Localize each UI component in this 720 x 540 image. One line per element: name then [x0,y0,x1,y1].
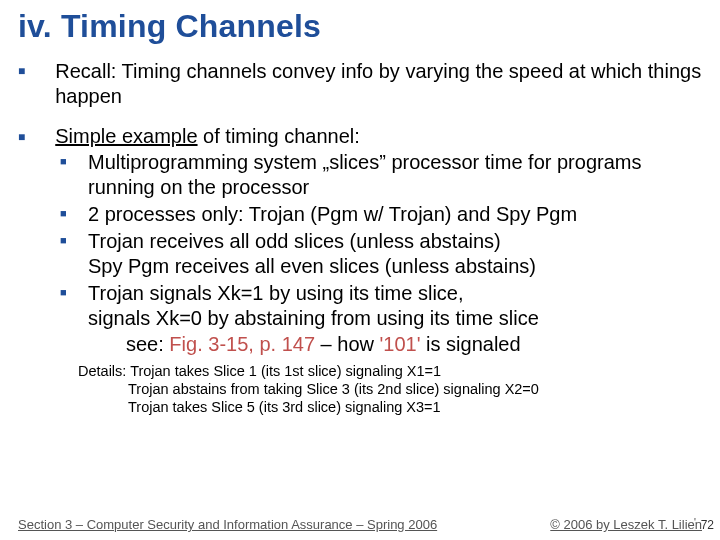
see-value: '101' [380,333,421,355]
sub-text-2: 2 processes only: Trojan (Pgm w/ Trojan)… [88,202,577,227]
see-suffix: is signaled [421,333,521,355]
footer: Section 3 – Computer Security and Inform… [0,517,720,532]
square-bullet-icon: ■ [18,59,25,78]
example-underline: Simple example [55,125,197,147]
sub-bullet-list: ■ Multiprogramming system „slices” proce… [60,150,702,331]
sub-text-4: Trojan signals Xk=1 by using its time sl… [88,281,539,331]
footer-section: Section 3 – Computer Security and Inform… [18,517,437,532]
see-reference: see: Fig. 3-15, p. 147 – how '101' is si… [126,333,702,356]
details-line-3: Trojan takes Slice 5 (its 3rd slice) sig… [128,398,702,416]
sub-bullet-3: ■ Trojan receives all odd slices (unless… [60,229,702,279]
details-block: Details: Trojan takes Slice 1 (its 1st s… [78,362,702,416]
sub-bullet-1: ■ Multiprogramming system „slices” proce… [60,150,702,200]
square-bullet-icon: ■ [60,281,88,298]
stray-tick: ' [694,517,696,528]
example-rest: of timing channel: [198,125,360,147]
see-prefix: see: [126,333,169,355]
details-l1: Trojan takes Slice 1 (its 1st slice) sig… [130,363,441,379]
sub-bullet-2: ■ 2 processes only: Trojan (Pgm w/ Troja… [60,202,702,227]
details-line-1: Details: Trojan takes Slice 1 (its 1st s… [78,362,702,380]
see-mid: – how [315,333,379,355]
bullet-example: ■ Simple example of timing channel: [18,125,702,148]
details-lead: Details: [78,363,130,379]
page-number: 72 [701,518,714,532]
details-line-2: Trojan abstains from taking Slice 3 (its… [128,380,702,398]
square-bullet-icon: ■ [60,150,88,167]
slide-title: iv. Timing Channels [18,8,702,45]
bullet-recall: ■ Recall: Timing channels convey info by… [18,59,702,109]
sub-text-1: Multiprogramming system „slices” process… [88,150,702,200]
square-bullet-icon: ■ [18,125,25,144]
footer-copyright: © 2006 by Leszek T. Lilien [550,517,702,532]
square-bullet-icon: ■ [60,229,88,246]
sub-bullet-4: ■ Trojan signals Xk=1 by using its time … [60,281,702,331]
example-lead: Simple example of timing channel: [55,125,360,148]
square-bullet-icon: ■ [60,202,88,219]
recall-text: Recall: Timing channels convey info by v… [55,59,702,109]
sub-text-3: Trojan receives all odd slices (unless a… [88,229,536,279]
slide: iv. Timing Channels ■ Recall: Timing cha… [0,0,720,540]
see-fig-ref: Fig. 3-15, p. 147 [169,333,315,355]
